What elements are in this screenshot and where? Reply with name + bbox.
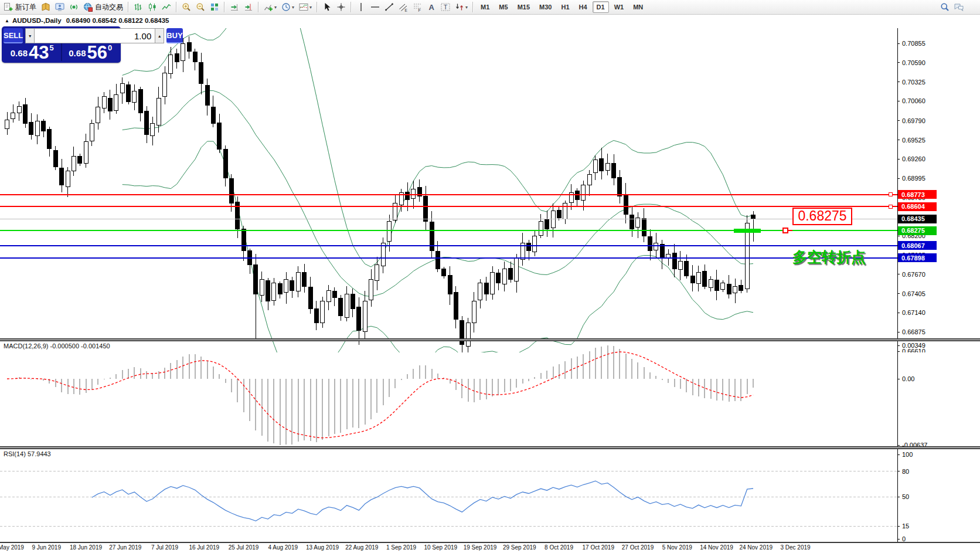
text-button[interactable]: A (425, 1, 438, 14)
shift-icon (244, 2, 253, 12)
zoom-out-button[interactable] (194, 1, 207, 14)
date-label: 8 Oct 2019 (545, 544, 573, 551)
textA-icon: A (427, 2, 436, 12)
volume-decrease-button[interactable]: ▼ (25, 28, 35, 43)
tile-windows-button[interactable] (208, 1, 221, 14)
svg-text:0.70855: 0.70855 (902, 40, 925, 47)
search-icon (940, 2, 950, 12)
macd-values: -0.000500 -0.001450 (50, 342, 110, 350)
date-label: 10 Sep 2019 (424, 544, 457, 551)
toolbar: 新订单自动交易▾▾▾EFAT▾M1M5M15M30H1H4D1W1MN (0, 0, 980, 15)
timeframe-m30-button[interactable]: M30 (535, 1, 556, 13)
svg-text:0.69790: 0.69790 (902, 117, 925, 124)
buy-button[interactable]: BUY (166, 28, 182, 43)
toolbar-separator (176, 2, 177, 12)
indicators-button[interactable]: ▾ (262, 1, 278, 14)
svg-text:0.68275: 0.68275 (901, 227, 925, 234)
timeframe-w1-button[interactable]: W1 (610, 1, 628, 13)
vline-icon (356, 2, 366, 12)
svg-text:0.67898: 0.67898 (901, 255, 925, 262)
auto-trading-button[interactable]: 自动交易 (81, 1, 125, 14)
horizontal-line-button[interactable] (369, 1, 382, 14)
linechart-icon (162, 2, 171, 12)
search-button[interactable] (938, 1, 951, 14)
buy-price-big: 56 (87, 45, 107, 60)
community-icon (55, 2, 64, 12)
svg-text:0.67140: 0.67140 (902, 309, 925, 316)
date-label: 30 May 2019 (0, 544, 24, 551)
date-label: 9 Jun 2019 (32, 544, 62, 551)
candlestick-chart-button[interactable] (146, 1, 159, 14)
volume-input[interactable] (35, 28, 155, 43)
buy-price-display[interactable]: 0.68 56 0 (61, 43, 120, 61)
date-label: 5 Nov 2019 (662, 544, 692, 551)
trendline-icon (384, 2, 394, 12)
timeframe-m15-button[interactable]: M15 (513, 1, 534, 13)
signals-button[interactable] (67, 1, 80, 14)
arrows-button[interactable]: ▾ (453, 1, 469, 14)
history-book-button[interactable] (39, 1, 52, 14)
candlechart-icon (148, 2, 157, 12)
svg-text:0.68604: 0.68604 (901, 203, 925, 210)
price-callout-label[interactable]: 0.68275 (792, 208, 852, 225)
time-axis: 30 May 20199 Jun 201918 Jun 201927 Jun 2… (0, 544, 980, 553)
svg-text:15: 15 (902, 523, 909, 530)
price-axis: 0.708550.705900.703250.700600.697900.695… (897, 28, 937, 352)
toolbar-separator (317, 2, 318, 12)
timeframe-d1-button[interactable]: D1 (593, 1, 609, 13)
periods-button[interactable]: ▾ (280, 1, 296, 14)
toolbar-separator (128, 2, 129, 12)
timeframe-m5-button[interactable]: M5 (495, 1, 512, 13)
fibo-icon: F (413, 2, 422, 12)
arrows-icon (455, 2, 464, 12)
tile-icon (210, 2, 219, 12)
svg-text:80: 80 (902, 468, 909, 475)
vertical-line-button[interactable] (355, 1, 368, 14)
volume-increase-button[interactable]: ▲ (155, 28, 164, 43)
templates-button[interactable]: ▾ (297, 1, 314, 14)
autoscroll-icon (230, 2, 239, 12)
timeframe-h4-button[interactable]: H4 (575, 1, 591, 13)
horizontal-lines[interactable] (0, 193, 897, 258)
svg-text:A: A (429, 3, 435, 12)
svg-text:T: T (444, 4, 448, 11)
crosshair-button[interactable] (335, 1, 348, 14)
date-label: 18 Jun 2019 (70, 544, 102, 551)
date-label: 29 Sep 2019 (503, 544, 536, 551)
auto-scroll-button[interactable] (228, 1, 241, 14)
chart-title: ▲AUDUSD-,Daily0.68490 0.68542 0.68122 0.… (5, 17, 169, 24)
fibonacci-button[interactable]: F (411, 1, 424, 14)
trendline-button[interactable] (383, 1, 396, 14)
equidistant-channel-button[interactable]: E (397, 1, 410, 14)
sell-price-display[interactable]: 0.68 43 5 (4, 43, 61, 61)
timeframe-h1-button[interactable]: H1 (557, 1, 573, 13)
neworder-icon (4, 2, 13, 12)
cursor-button[interactable] (321, 1, 334, 14)
one-click-trading-panel: SELL ▼ ▲ BUY 0.68 43 5 0.68 56 0 (2, 26, 121, 63)
date-label: 4 Aug 2019 (268, 544, 298, 551)
rsi-line (92, 481, 753, 521)
annotation-text[interactable]: 多空转折点 (792, 247, 866, 267)
timeframe-mn-button[interactable]: MN (629, 1, 647, 13)
date-label: 3 Dec 2019 (780, 544, 810, 551)
rsi-panel-canvas[interactable]: 1008050150 (0, 449, 980, 542)
bar-chart-button[interactable] (132, 1, 145, 14)
line-chart-button[interactable] (160, 1, 173, 14)
timeframe-m1-button[interactable]: M1 (477, 1, 494, 13)
toolbar-separator (472, 2, 474, 12)
new-order-button[interactable]: 新订单 (2, 1, 38, 14)
zoom-in-button[interactable] (180, 1, 193, 14)
community-button[interactable] (53, 1, 66, 14)
collapse-arrow-icon[interactable]: ▲ (5, 18, 9, 23)
buy-price-base: 0.68 (69, 48, 86, 58)
chart-shift-button[interactable] (242, 1, 255, 14)
chat-button[interactable] (952, 1, 965, 14)
volume-control: ▼ ▲ (25, 28, 164, 43)
price-chart-canvas[interactable]: 0.708550.705900.703250.700600.697900.695… (0, 28, 980, 352)
svg-text:0.68067: 0.68067 (901, 242, 925, 249)
auto-trading-button-label: 自动交易 (95, 2, 123, 12)
macd-panel-canvas[interactable]: 0.003490.00-0.00637 (0, 341, 980, 446)
text-label-button[interactable]: T (439, 1, 452, 14)
sell-button[interactable]: SELL (4, 28, 23, 43)
svg-text:0.67405: 0.67405 (902, 290, 925, 297)
